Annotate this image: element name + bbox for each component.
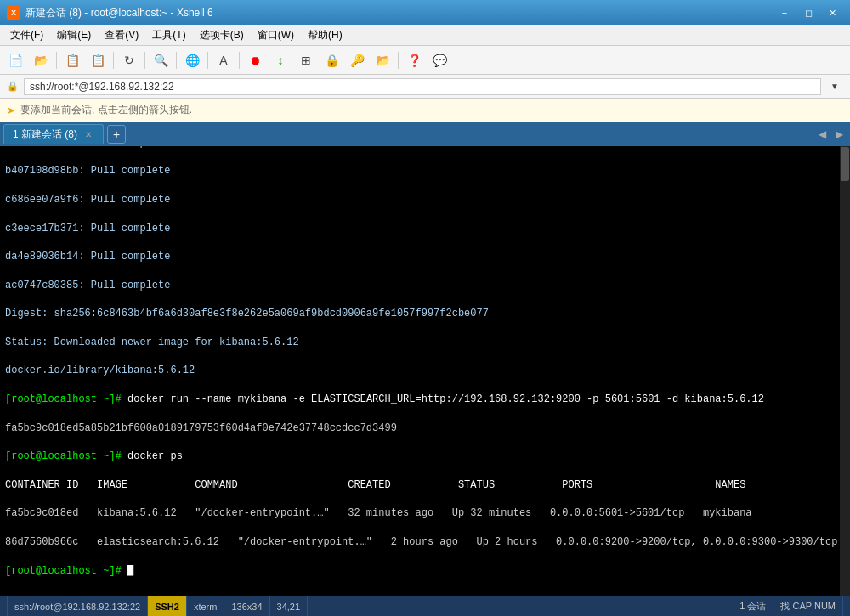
- info-icon: ➤: [7, 105, 15, 116]
- terminal-line: c3eece17b371: Pull complete: [5, 222, 845, 236]
- menu-help[interactable]: 帮助(H): [301, 26, 349, 44]
- scrollbar-track: [840, 146, 850, 596]
- terminal-line: ac0747c80385: Pull complete: [5, 279, 845, 293]
- toolbar-record[interactable]: ⏺: [243, 49, 267, 71]
- title-text: 新建会话 (8) - root@localhost:~ - Xshell 6: [26, 6, 213, 20]
- toolbar-copy[interactable]: 📋: [60, 49, 84, 71]
- terminal-line: [root@localhost ~]# █: [5, 564, 845, 579]
- toolbar-key[interactable]: 🔑: [345, 49, 369, 71]
- toolbar-paste[interactable]: 📋: [86, 49, 110, 71]
- terminal-line: da4e89036b14: Pull complete: [5, 250, 845, 264]
- toolbar-reconnect[interactable]: ↻: [117, 49, 141, 71]
- terminal-line: Digest: sha256:6c8463b4bf6a6d30af8e3f8e2…: [5, 307, 845, 321]
- toolbar-xftp[interactable]: ↕: [269, 49, 292, 71]
- address-go[interactable]: ▼: [826, 78, 843, 95]
- terminal-line: b407108d98bb: Pull complete: [5, 164, 845, 178]
- status-encoding: xterm: [187, 596, 225, 616]
- tab-prev-button[interactable]: ◀: [814, 127, 830, 142]
- toolbar-open[interactable]: 📂: [29, 49, 53, 71]
- tab-navigation: ◀ ▶: [814, 127, 847, 142]
- status-address: ssh://root@192.168.92.132:22: [7, 596, 148, 616]
- toolbar-sep-5: [207, 52, 208, 69]
- title-bar: X 新建会话 (8) - root@localhost:~ - Xshell 6…: [0, 0, 850, 25]
- terminal-line: [root@localhost ~]# docker run --name my…: [5, 393, 845, 407]
- terminal[interactable]: Created symlink from /etc/systemd/system…: [0, 146, 850, 596]
- toolbar-lock[interactable]: 🔒: [320, 49, 343, 71]
- address-bar: 🔒 ▼: [0, 75, 850, 99]
- toolbar-sep-1: [56, 52, 57, 69]
- terminal-line: fa5bc9c018ed kibana:5.6.12 "/docker-entr…: [5, 506, 845, 521]
- info-text: 要添加当前会话, 点击左侧的箭头按钮.: [20, 103, 192, 117]
- toolbar-sep-6: [239, 52, 240, 69]
- toolbar-sep-7: [398, 52, 399, 69]
- status-sessions: 1 会话: [733, 596, 774, 616]
- address-input[interactable]: [24, 78, 821, 95]
- info-bar: ➤ 要添加当前会话, 点击左侧的箭头按钮.: [0, 99, 850, 122]
- terminal-line: docker.io/library/kibana:5.6.12: [5, 364, 845, 378]
- terminal-line: 7ddcb6be6225: Pull complete: [5, 146, 845, 150]
- scrollbar-thumb[interactable]: [841, 147, 849, 181]
- menu-tabs[interactable]: 选项卡(B): [193, 26, 251, 44]
- toolbar-find[interactable]: 🔍: [149, 49, 173, 71]
- status-protocol: SSH2: [148, 596, 187, 616]
- app-icon: X: [7, 6, 20, 20]
- status-position: 34,21: [270, 596, 309, 616]
- terminal-line: fa5bc9c018ed5a85b21bf600a0189179753f60d4…: [5, 421, 845, 436]
- menu-file[interactable]: 文件(F): [3, 26, 50, 44]
- toolbar-sep-4: [176, 52, 177, 69]
- tab-label: 1 新建会话 (8): [13, 127, 77, 142]
- toolbar-globe[interactable]: 🌐: [180, 49, 204, 71]
- toolbar: 📄 📂 📋 📋 ↻ 🔍 🌐 A ⏺ ↕ ⊞ 🔒 🔑 📂 ❓ 💬: [0, 46, 850, 75]
- toolbar-help[interactable]: ❓: [402, 49, 426, 71]
- toolbar-new-session[interactable]: 📄: [3, 49, 27, 71]
- menu-view[interactable]: 查看(V): [98, 26, 145, 44]
- window-controls: − ◻ ✕: [774, 4, 843, 21]
- close-button[interactable]: ✕: [821, 4, 843, 21]
- status-dimensions: 136x34: [224, 596, 269, 616]
- terminal-line: Status: Downloaded newer image for kiban…: [5, 336, 845, 350]
- menu-window[interactable]: 窗口(W): [251, 26, 301, 44]
- status-bar: ssh://root@192.168.92.132:22 SSH2 xterm …: [0, 596, 850, 616]
- tab-session-1[interactable]: 1 新建会话 (8) ✕: [3, 124, 104, 144]
- menu-edit[interactable]: 编辑(E): [50, 26, 98, 44]
- terminal-line: 86d7560b966c elasticsearch:5.6.12 "/dock…: [5, 535, 845, 550]
- tab-bar: 1 新建会话 (8) ✕ + ◀ ▶: [0, 122, 850, 146]
- menu-bar: 文件(F) 编辑(E) 查看(V) 工具(T) 选项卡(B) 窗口(W) 帮助(…: [0, 25, 850, 46]
- toolbar-sep-3: [144, 52, 145, 69]
- toolbar-layout[interactable]: ⊞: [294, 49, 318, 71]
- terminal-line: c686ee07a9f6: Pull complete: [5, 193, 845, 207]
- status-ime: 找 CAP NUM: [774, 596, 843, 616]
- toolbar-sftp[interactable]: 📂: [371, 49, 394, 71]
- maximize-button[interactable]: ◻: [797, 4, 819, 21]
- tab-next-button[interactable]: ▶: [831, 127, 847, 142]
- tab-close-button[interactable]: ✕: [82, 129, 94, 141]
- terminal-container: Created symlink from /etc/systemd/system…: [0, 146, 850, 596]
- lock-icon: 🔒: [7, 81, 19, 92]
- minimize-button[interactable]: −: [774, 4, 796, 21]
- terminal-line: CONTAINER ID IMAGE COMMAND CREATED STATU…: [5, 478, 845, 493]
- toolbar-font[interactable]: A: [212, 49, 235, 71]
- title-bar-left: X 新建会话 (8) - root@localhost:~ - Xshell 6: [7, 6, 213, 20]
- tab-add-button[interactable]: +: [107, 125, 126, 144]
- terminal-line: [root@localhost ~]# docker ps: [5, 449, 845, 464]
- toolbar-about[interactable]: 💬: [428, 49, 451, 71]
- toolbar-sep-2: [113, 52, 114, 69]
- menu-tools[interactable]: 工具(T): [145, 26, 192, 44]
